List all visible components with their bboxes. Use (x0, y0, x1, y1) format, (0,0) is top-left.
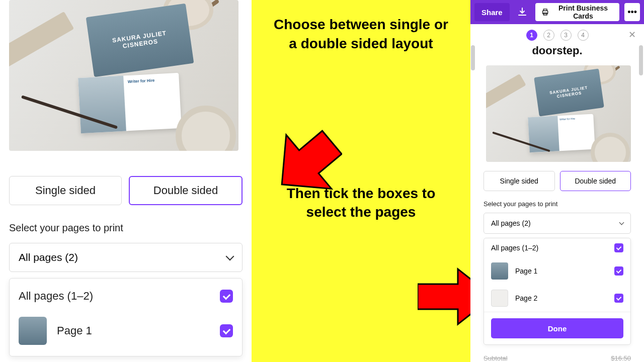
select-pages-label: Select your pages to print (9, 222, 243, 234)
cup-graphic (176, 106, 236, 151)
page-2-thumbnail (491, 290, 508, 307)
page-1-option[interactable]: Page 1 (10, 310, 242, 352)
double-sided-button[interactable]: Double sided (129, 176, 243, 205)
single-sided-button[interactable]: Single sided (9, 176, 122, 205)
download-icon (517, 7, 527, 17)
checkbox-icon[interactable] (220, 290, 233, 303)
checkbox-icon[interactable] (614, 243, 623, 252)
step-1[interactable]: 1 (526, 30, 537, 41)
dropdown-value: All pages (2) (491, 219, 531, 227)
preview-large: SAKURA JULIET CISNEROS Writer for Hire (9, 0, 238, 151)
all-pages-option[interactable]: All pages (1–2) (10, 283, 242, 310)
dots-icon: ••• (627, 7, 637, 18)
download-button[interactable] (515, 3, 530, 21)
svg-marker-0 (259, 116, 342, 211)
pages-list: All pages (1–2) Page 1 (9, 278, 243, 356)
svg-rect-3 (543, 9, 547, 11)
card-front-image (78, 76, 126, 134)
done-button[interactable]: Done (491, 318, 623, 338)
subtotal-label: Subtotal (484, 354, 508, 362)
sided-toggle-row: Single sided Double sided (9, 176, 243, 205)
pages-dropdown[interactable]: All pages (2) (484, 213, 631, 234)
doorstep-text: doorstep. (470, 44, 644, 57)
card-role: Writer for Hire (128, 78, 155, 84)
single-sided-button[interactable]: Single sided (484, 171, 555, 191)
step-2[interactable]: 2 (543, 30, 554, 41)
done-wrap: Done (484, 312, 630, 344)
subtotal-value: $16.50 (611, 354, 631, 362)
card-front-text: Writer for Hire (123, 73, 182, 131)
instruction-text-1: Choose between single or a double sided … (269, 15, 453, 53)
checkbox-icon[interactable] (220, 324, 233, 337)
page-1-label: Page 1 (515, 267, 537, 275)
all-pages-label: All pages (1–2) (491, 244, 538, 252)
chevron-down-icon (226, 252, 234, 261)
all-pages-label: All pages (1–2) (19, 290, 93, 303)
pages-dropdown[interactable]: All pages (2) (9, 243, 243, 272)
scrollbar[interactable] (639, 45, 643, 75)
subtotal-row: Subtotal $16.50 (470, 351, 644, 362)
all-pages-option[interactable]: All pages (1–2) (484, 238, 630, 257)
print-business-cards-button[interactable]: Print Business Cards (535, 3, 620, 21)
print-button-label: Print Business Cards (553, 4, 613, 20)
dropdown-value: All pages (2) (19, 251, 78, 263)
wizard-steps: 1 2 3 4 (470, 27, 644, 43)
page-2-option[interactable]: Page 2 (484, 285, 630, 312)
page-1-thumbnail (19, 317, 47, 345)
right-body: Single sided Double sided Select your pa… (470, 171, 644, 345)
step-3[interactable]: 3 (560, 30, 572, 41)
page-1-label: Page 1 (57, 324, 92, 337)
page-2-label: Page 2 (515, 294, 537, 302)
cup-graphic (591, 133, 630, 162)
scrollbar[interactable] (471, 45, 475, 70)
pages-list: All pages (1–2) Page 1 Page 2 Done (484, 238, 631, 345)
preview-small: SAKURA JULIET CISNEROS Writer for Hire (486, 65, 631, 162)
page-1-thumbnail (491, 262, 508, 280)
topbar: Share Print Business Cards ••• (470, 0, 644, 24)
arrow-to-layout (247, 116, 342, 211)
checkbox-icon[interactable] (614, 266, 623, 276)
step-4[interactable]: 4 (578, 30, 589, 41)
print-icon (541, 8, 549, 17)
double-sided-button[interactable]: Double sided (560, 171, 631, 191)
share-button[interactable]: Share (474, 3, 510, 21)
card-front-image (528, 116, 559, 152)
left-panel: SAKURA JULIET CISNEROS Writer for Hire S… (0, 0, 252, 362)
select-pages-label: Select your pages to print (484, 200, 631, 208)
card-front: Writer for Hire (78, 73, 181, 133)
card-front-text: Writer for Hire (557, 114, 595, 151)
ruler-graphic (9, 12, 74, 69)
close-icon[interactable]: ✕ (628, 29, 636, 40)
ruler-graphic (486, 74, 526, 111)
more-button[interactable]: ••• (624, 3, 640, 21)
card-back: SAKURA JULIET CISNEROS (534, 68, 604, 116)
sided-toggle-row-small: Single sided Double sided (484, 171, 631, 191)
right-panel: Share Print Business Cards ••• 1 2 3 4 ✕… (470, 0, 644, 362)
checkbox-icon[interactable] (614, 294, 623, 303)
chevron-down-icon (619, 220, 624, 225)
page-1-option[interactable]: Page 1 (484, 257, 630, 285)
card-back: SAKURA JULIET CISNEROS (86, 4, 194, 77)
